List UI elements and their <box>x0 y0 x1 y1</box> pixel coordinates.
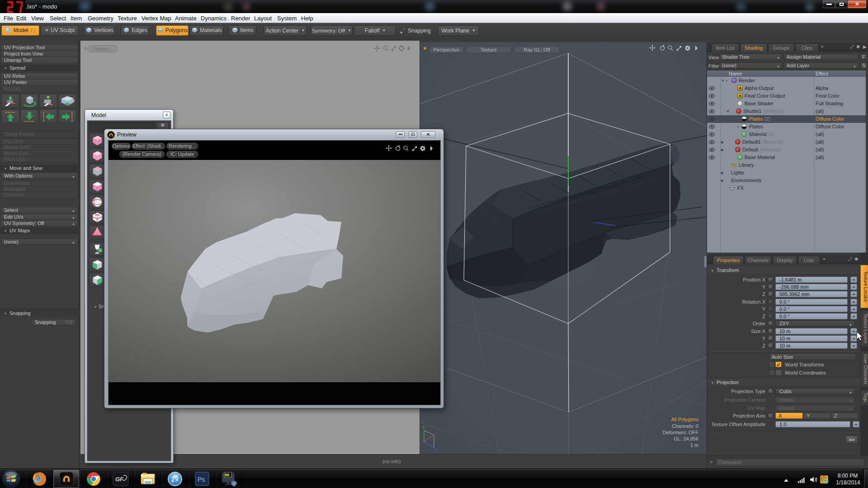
svg-text:Z: Z <box>434 448 437 452</box>
svg-text:X: X <box>435 431 438 436</box>
svg-text:Y: Y <box>422 425 425 430</box>
svg-text:99: 99 <box>225 473 229 477</box>
svg-text:Ps: Ps <box>198 476 205 483</box>
svg-text:GF: GF <box>115 476 124 483</box>
